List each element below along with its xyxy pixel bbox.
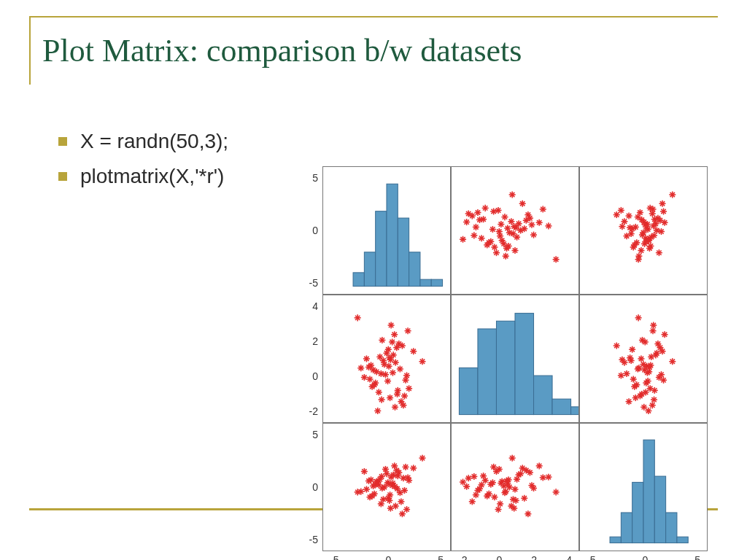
svg-rect-21 — [677, 537, 688, 542]
svg-rect-16 — [621, 513, 632, 543]
slide-title: Plot Matrix: comparison b/w datasets — [42, 32, 718, 69]
plot-cell-1-2-scatter — [451, 166, 579, 295]
svg-rect-8 — [459, 368, 478, 414]
plot-cell-1-3-scatter — [579, 166, 708, 295]
title-top-line — [42, 16, 718, 18]
svg-rect-3 — [387, 184, 398, 286]
svg-rect-17 — [632, 482, 643, 542]
x-axis-labels-col3: -5 0 5 — [579, 551, 708, 560]
plot-cell-3-2-scatter — [451, 423, 579, 551]
x-axis-labels-col2: -2 0 2 4 — [451, 551, 579, 560]
x-axis-labels-col1: -5 0 5 — [322, 551, 451, 560]
plot-cell-2-2-histogram — [451, 295, 579, 423]
plot-cell-3-3-histogram — [579, 423, 708, 551]
plot-cell-2-3-scatter — [579, 295, 708, 423]
y-axis-labels-row2: 4 2 0 -2 — [293, 295, 322, 423]
svg-rect-2 — [376, 211, 387, 287]
plot-cell-2-1-scatter — [322, 295, 451, 423]
svg-rect-1 — [364, 252, 375, 287]
plot-matrix: 5 0 -5 4 2 0 -2 5 0 -5 -5 0 5 — [293, 166, 716, 487]
plot-cell-3-1-scatter — [322, 423, 451, 551]
plot-cell-1-1-histogram — [322, 166, 451, 295]
slide: Plot Matrix: comparison b/w datasets X =… — [0, 0, 747, 560]
title-corner-accent — [29, 16, 44, 85]
bullet-item: X = randn(50,3); — [58, 128, 718, 155]
svg-rect-9 — [478, 329, 497, 415]
svg-rect-12 — [534, 376, 553, 414]
svg-rect-18 — [643, 440, 654, 542]
svg-rect-4 — [398, 218, 409, 287]
y-axis-labels-row1: 5 0 -5 — [293, 166, 322, 295]
svg-rect-14 — [571, 407, 578, 415]
svg-rect-20 — [666, 513, 677, 543]
svg-rect-19 — [654, 476, 665, 542]
svg-rect-11 — [515, 314, 534, 415]
svg-rect-10 — [496, 321, 515, 414]
svg-rect-15 — [610, 537, 621, 542]
svg-rect-6 — [420, 279, 431, 286]
svg-rect-0 — [353, 273, 364, 287]
svg-rect-5 — [409, 252, 420, 287]
svg-rect-7 — [431, 279, 442, 286]
svg-rect-13 — [552, 399, 571, 414]
y-axis-labels-row3: 5 0 -5 — [293, 423, 322, 551]
